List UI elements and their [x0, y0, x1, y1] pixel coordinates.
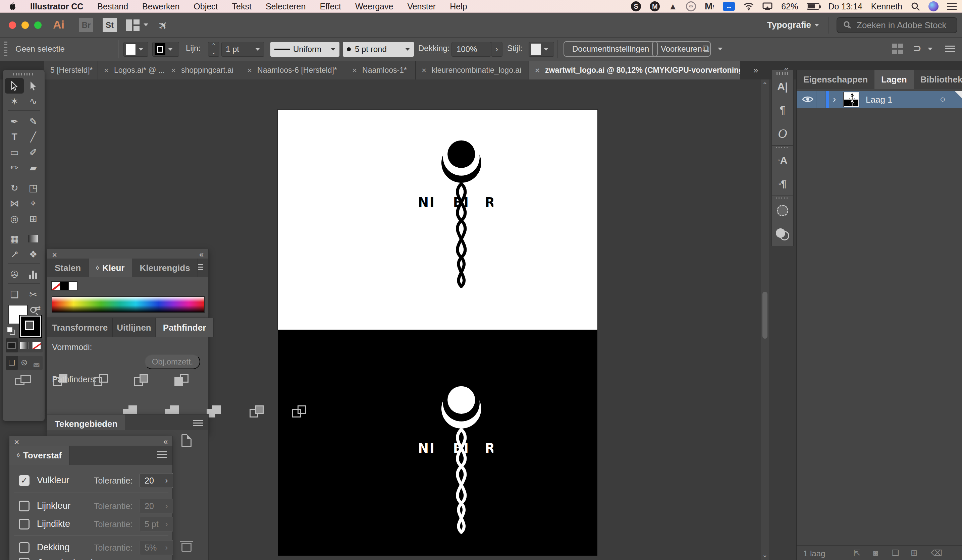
- spotlight-icon[interactable]: [911, 2, 920, 11]
- close-tab-icon[interactable]: ×: [421, 66, 426, 75]
- symbol-sprayer-tool-icon[interactable]: ✇: [5, 266, 24, 282]
- menu-effect[interactable]: Effect: [320, 2, 341, 11]
- paintbrush-tool-icon[interactable]: ✐: [24, 145, 43, 160]
- layer-visibility-eye-icon[interactable]: [802, 95, 814, 106]
- select-similar-chevron-icon[interactable]: [718, 48, 723, 50]
- menu-bestand[interactable]: Bestand: [97, 2, 128, 11]
- menu-object[interactable]: Object: [194, 2, 218, 11]
- menu-illustrator[interactable]: Illustrator CC: [30, 2, 83, 11]
- tab-toverstaf[interactable]: ◊Toverstaf: [10, 445, 69, 465]
- close-window-button[interactable]: [9, 21, 16, 29]
- brush-definition-dropdown[interactable]: 5 pt rond: [343, 42, 414, 56]
- none-button[interactable]: [30, 338, 43, 352]
- stroke-color-dropdown[interactable]: [152, 42, 179, 56]
- dashed-circle-panel-icon[interactable]: [772, 199, 793, 222]
- slice-tool-icon[interactable]: ✂: [24, 287, 43, 302]
- nibiru-logo-black[interactable]: [404, 136, 494, 290]
- magic-wand-tool-icon[interactable]: ✶: [5, 94, 24, 109]
- stock-app-icon[interactable]: St: [103, 18, 117, 32]
- pen-tool-icon[interactable]: ✒: [5, 114, 24, 129]
- tab-eigenschappen[interactable]: Eigenschappen: [797, 70, 875, 89]
- selection-tool-icon[interactable]: [5, 78, 24, 94]
- dekking-checkbox[interactable]: [19, 542, 29, 553]
- paragraph-styles-panel-icon[interactable]: ▫¶: [772, 172, 793, 195]
- tab-stalen[interactable]: Stalen: [47, 258, 89, 277]
- tab-pathfinder[interactable]: Pathfinder: [156, 318, 214, 337]
- new-sublayer-icon[interactable]: ❏: [892, 548, 899, 558]
- new-layer-icon[interactable]: ⊞: [911, 548, 917, 558]
- arrange-documents-chevron-icon[interactable]: [144, 23, 148, 26]
- scroll-up-icon[interactable]: ⌃: [762, 81, 768, 89]
- character-panel-icon[interactable]: A|: [772, 75, 793, 98]
- tab-bibliotheken[interactable]: Bibliotheken: [914, 70, 962, 89]
- opacity-expand-button[interactable]: ›: [491, 42, 502, 56]
- outline-icon[interactable]: [292, 405, 308, 419]
- rotate-tool-icon[interactable]: ↻: [5, 180, 24, 195]
- tab-kleurengids[interactable]: Kleurengids: [132, 258, 198, 277]
- opacity-label[interactable]: Dekking:: [418, 44, 449, 54]
- color-panel-menu-icon[interactable]: [198, 264, 203, 272]
- stroke-weight-stepper[interactable]: ⌃⌄: [208, 42, 220, 56]
- preferences-button[interactable]: Voorkeuren: [652, 41, 711, 56]
- crop-icon[interactable]: [250, 405, 265, 419]
- doc-tab-5[interactable]: × Naamloos-1*: [346, 61, 416, 79]
- type-tool-icon[interactable]: T: [5, 129, 24, 145]
- workspace-switcher[interactable]: Typografie: [767, 20, 811, 30]
- layer-thumbnail[interactable]: [844, 92, 859, 107]
- merge-icon[interactable]: [207, 405, 222, 419]
- malwarebytes-status-icon[interactable]: M!: [705, 1, 714, 12]
- stroke-proxy-swatch[interactable]: [20, 316, 41, 337]
- scroll-down-icon[interactable]: ⌄: [762, 550, 768, 558]
- draw-normal-icon[interactable]: ❏: [6, 356, 18, 370]
- close-panel-icon[interactable]: ×: [14, 437, 19, 447]
- strip-drag-handle[interactable]: [776, 72, 789, 75]
- layer-row[interactable]: › Laag 1 ○: [797, 91, 962, 108]
- adobe-stock-search-input[interactable]: Zoeken in Adobe Stock: [836, 17, 957, 33]
- menu-user[interactable]: Kenneth: [871, 2, 902, 11]
- close-tab-icon[interactable]: ×: [535, 66, 540, 75]
- make-mask-icon[interactable]: ◙: [873, 548, 878, 558]
- artboard-tool-icon[interactable]: ❏: [5, 287, 24, 302]
- delete-layer-icon[interactable]: ⌫: [931, 548, 942, 558]
- menu-selecteren[interactable]: Selecteren: [266, 2, 306, 11]
- opentype-panel-icon[interactable]: O: [772, 122, 793, 145]
- lijnkleur-checkbox[interactable]: [19, 501, 29, 512]
- menu-venster[interactable]: Venster: [407, 2, 436, 11]
- column-graph-tool-icon[interactable]: [24, 266, 43, 282]
- fill-tolerance-slider-icon[interactable]: ›: [160, 473, 173, 488]
- vulkleur-checkbox[interactable]: ✓: [19, 475, 29, 486]
- apple-menu-icon[interactable]: [9, 2, 16, 11]
- tab-overflow-icon[interactable]: »: [753, 65, 758, 76]
- notification-center-icon[interactable]: [947, 3, 957, 10]
- color-spectrum-ramp[interactable]: [52, 296, 205, 313]
- skype-status-icon[interactable]: S: [631, 2, 641, 11]
- layer-disclosure-icon[interactable]: ›: [833, 94, 836, 105]
- stroke-weight-label[interactable]: Lijn:: [186, 44, 200, 54]
- workspace-chevron-icon[interactable]: [814, 24, 819, 26]
- vlc-status-icon[interactable]: ▲: [668, 2, 677, 12]
- snap-options-icon[interactable]: ⊃: [913, 42, 922, 54]
- collect-for-export-icon[interactable]: ⇱: [854, 548, 860, 558]
- zoom-window-button[interactable]: [34, 21, 42, 29]
- swatch-black[interactable]: [60, 281, 69, 290]
- layer-name[interactable]: Laag 1: [866, 95, 893, 105]
- delete-artboard-icon[interactable]: [181, 541, 192, 552]
- graphic-style-dropdown[interactable]: [529, 42, 554, 56]
- bridge-app-icon[interactable]: Br: [79, 18, 93, 32]
- menu-tekst[interactable]: Tekst: [232, 2, 252, 11]
- minimize-window-button[interactable]: [21, 21, 29, 29]
- draw-behind-icon[interactable]: ⧀: [18, 356, 31, 370]
- select-similar-icon[interactable]: ⧉: [702, 43, 709, 55]
- snap-options-chevron-icon[interactable]: [928, 48, 933, 50]
- siri-icon[interactable]: [928, 2, 938, 11]
- control-bar-menu-icon[interactable]: [945, 45, 955, 54]
- doc-tab-1[interactable]: 5 [Hersteld]*: [44, 61, 98, 79]
- control-bar-drag-handle[interactable]: [4, 42, 7, 57]
- menu-clock[interactable]: Do 13:14: [828, 2, 862, 11]
- width-profile-dropdown[interactable]: Uniform: [270, 42, 339, 56]
- line-segment-tool-icon[interactable]: ╱: [24, 129, 43, 145]
- lijndikte-checkbox[interactable]: [19, 519, 29, 529]
- shaper-tool-icon[interactable]: ✏: [5, 160, 24, 175]
- align-grid-icon[interactable]: [892, 44, 903, 54]
- menu-help[interactable]: Help: [450, 2, 467, 11]
